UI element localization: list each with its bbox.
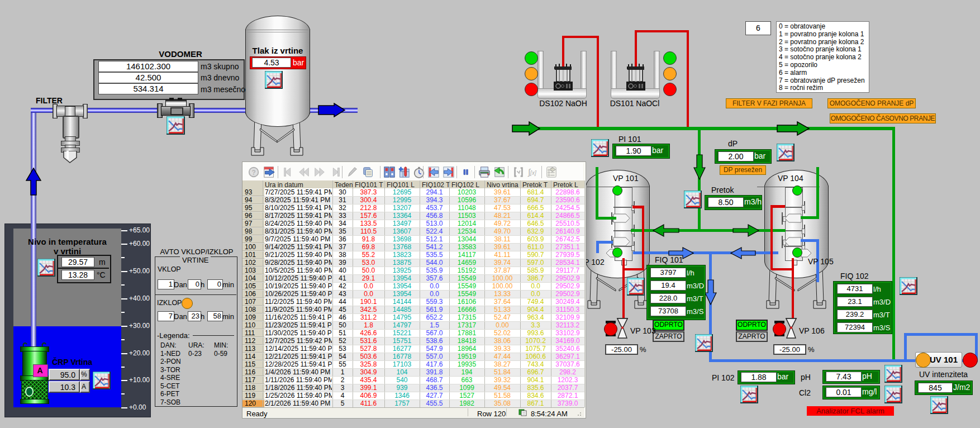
svg-text:?: ? <box>251 169 255 177</box>
